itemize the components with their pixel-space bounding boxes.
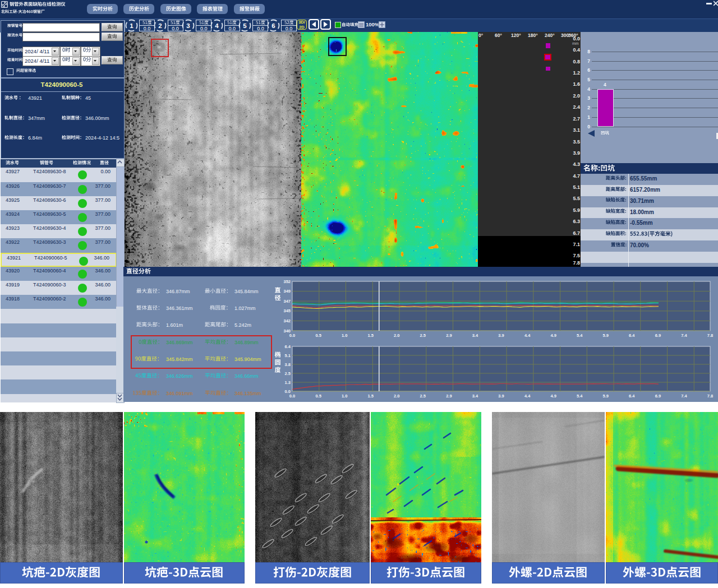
svg-text:7.8: 7.8 bbox=[707, 393, 713, 399]
svg-text:7.4: 7.4 bbox=[681, 393, 687, 399]
svg-text:1: 1 bbox=[130, 22, 134, 29]
svg-text:2: 2 bbox=[158, 22, 162, 29]
svg-text:0.5: 0.5 bbox=[315, 393, 321, 399]
svg-text:0.0: 0.0 bbox=[289, 393, 295, 399]
svg-text:352: 352 bbox=[283, 279, 291, 284]
svg-text:4.4: 4.4 bbox=[524, 393, 531, 399]
svg-text:2.9: 2.9 bbox=[446, 333, 452, 338]
svg-text:4: 4 bbox=[215, 22, 219, 29]
svg-text:1.0: 1.0 bbox=[342, 393, 347, 399]
svg-text:2.5: 2.5 bbox=[285, 371, 291, 376]
svg-text:0.0: 0.0 bbox=[285, 389, 291, 394]
svg-text:3.9: 3.9 bbox=[498, 393, 504, 399]
svg-text:5.9: 5.9 bbox=[603, 393, 609, 399]
svg-text:5.4: 5.4 bbox=[577, 333, 583, 338]
svg-text:2.9: 2.9 bbox=[446, 393, 452, 399]
svg-text:6.4: 6.4 bbox=[629, 393, 635, 399]
svg-text:347: 347 bbox=[283, 299, 291, 304]
svg-text:6.4: 6.4 bbox=[285, 344, 291, 349]
svg-text:3: 3 bbox=[186, 22, 190, 29]
svg-text:1.5: 1.5 bbox=[367, 393, 373, 399]
svg-text:1.3: 1.3 bbox=[285, 380, 291, 385]
svg-text:5.4: 5.4 bbox=[577, 393, 583, 399]
svg-text:6.9: 6.9 bbox=[655, 333, 661, 338]
svg-text:4.4: 4.4 bbox=[524, 333, 531, 338]
svg-text:2.0: 2.0 bbox=[394, 393, 399, 399]
svg-text:345: 345 bbox=[283, 308, 291, 313]
svg-text:2.5: 2.5 bbox=[420, 333, 426, 338]
svg-text:3.4: 3.4 bbox=[472, 393, 478, 399]
svg-text:3.9: 3.9 bbox=[498, 333, 504, 338]
svg-text:5: 5 bbox=[243, 22, 247, 29]
svg-text:0.0: 0.0 bbox=[289, 333, 295, 338]
svg-text:4.9: 4.9 bbox=[550, 333, 556, 338]
svg-text:1.5: 1.5 bbox=[367, 333, 373, 338]
svg-text:5.1: 5.1 bbox=[285, 353, 291, 358]
svg-text:6.4: 6.4 bbox=[629, 333, 635, 338]
svg-text:0.5: 0.5 bbox=[315, 333, 321, 338]
svg-text:3.8: 3.8 bbox=[285, 362, 291, 367]
svg-text:349: 349 bbox=[283, 289, 291, 294]
svg-text:6.9: 6.9 bbox=[655, 393, 661, 399]
svg-text:3.4: 3.4 bbox=[472, 333, 478, 338]
svg-text:4.9: 4.9 bbox=[550, 393, 556, 399]
svg-text:1.0: 1.0 bbox=[342, 333, 347, 338]
svg-text:2.5: 2.5 bbox=[420, 393, 426, 399]
svg-text:6: 6 bbox=[271, 22, 275, 29]
svg-text:7.8: 7.8 bbox=[707, 333, 713, 338]
svg-text:5.9: 5.9 bbox=[603, 333, 609, 338]
svg-text:7.4: 7.4 bbox=[681, 333, 687, 338]
svg-text:2.0: 2.0 bbox=[394, 333, 399, 338]
svg-text:342: 342 bbox=[283, 318, 291, 323]
